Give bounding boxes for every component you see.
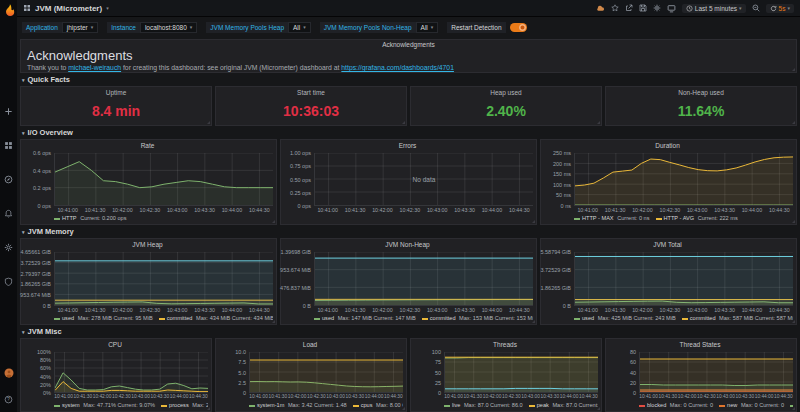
filter-value-dropdown[interactable]: jhipster▾	[62, 22, 98, 33]
zoom-out-icon[interactable]	[752, 4, 760, 12]
y-axis: 0 ns50 ms100 ms150 ms200 ms250 ms	[542, 153, 574, 206]
refresh-picker[interactable]: 5s ▾	[766, 4, 794, 13]
row-header-jvm-memory[interactable]: ▾ JVM Memory	[20, 227, 797, 236]
plot-area[interactable]	[54, 153, 273, 206]
explore-compass-icon[interactable]	[4, 170, 13, 188]
nav-actions: Last 5 minutes ▾ 5s ▾	[596, 4, 794, 13]
top-nav: JVM (Micrometer) ▾ Last 5 minutes ▾ 5s	[17, 0, 800, 17]
legend-item[interactable]: used Max: 425 MiB Current: 243 MiB	[574, 314, 676, 323]
create-plus-icon[interactable]	[4, 102, 13, 120]
filter-instance: Instance localhost:8080▾	[107, 22, 197, 33]
filter-application: Application jhipster▾	[22, 22, 98, 33]
y-tick-label: 3.72529 GiB	[20, 260, 51, 266]
legend-item[interactable]: used Max: 278 MiB Current: 95 MiB	[54, 314, 153, 323]
no-data-text: No data	[315, 153, 533, 205]
y-tick-label: 2.5	[238, 380, 246, 386]
dashboard-title[interactable]: JVM (Micrometer)	[35, 4, 102, 13]
filter-value-dropdown[interactable]: All▾	[288, 22, 311, 33]
legend-item[interactable]: committed Max: 153 MiB Current: 153 MiB	[422, 314, 533, 323]
y-tick-label: 0 B	[303, 303, 311, 309]
panel-title[interactable]: JVM Non-Heap	[282, 240, 533, 249]
legend-item[interactable]: peak Max: 87.0 Current: 87.0	[529, 401, 598, 410]
legend-item[interactable]: committed Max: 587 MiB Current: 587 MiB	[682, 314, 793, 323]
plot-area[interactable]	[574, 153, 793, 206]
panel-title[interactable]: Duration	[542, 141, 793, 150]
panel-title[interactable]: Threads	[412, 340, 598, 349]
x-tick-label: 10:41:00	[54, 394, 73, 399]
configuration-gear-icon[interactable]	[4, 238, 13, 256]
legend-item[interactable]: live Max: 87.0 Current: 86.0	[444, 401, 523, 410]
time-range-picker[interactable]: Last 5 minutes ▾	[682, 4, 746, 13]
panel-title[interactable]: Errors	[282, 141, 533, 150]
grafana-logo-icon[interactable]	[3, 2, 15, 20]
panel-title[interactable]: Load	[217, 340, 403, 349]
legend-item[interactable]: new Max: 0 Current: 0	[719, 401, 784, 410]
plot-area[interactable]	[574, 252, 793, 306]
plot-area[interactable]	[639, 352, 793, 393]
legend-item[interactable]: committed Max: 434 MiB Current: 434 MiB	[159, 314, 273, 323]
y-tick-label: 20%	[40, 382, 51, 388]
legend-item[interactable]: HTTP - AVG Current: 222 ms	[656, 214, 738, 223]
stat-title[interactable]: Non-Heap used	[678, 89, 724, 96]
stat-title[interactable]: Heap used	[490, 89, 521, 96]
legend-swatch	[353, 405, 359, 407]
filter-value-dropdown[interactable]: All▾	[416, 22, 439, 33]
plot-area[interactable]	[444, 352, 598, 393]
snapshot-cloud-icon[interactable]	[596, 4, 605, 13]
plot-area[interactable]	[54, 252, 273, 306]
row-header-quick-facts[interactable]: ▾ Quick Facts	[20, 75, 797, 84]
x-tick-label: 10:44:30	[249, 207, 270, 213]
help-icon[interactable]: ?	[4, 390, 13, 408]
y-axis: 0 ops0.25 ops0.50 ops0.75 ops1.00 ops	[282, 153, 314, 206]
row-header-jvm-misc[interactable]: ▾ JVM Misc	[20, 327, 797, 336]
panel-title[interactable]: JVM Total	[542, 240, 793, 249]
panel-title[interactable]: Acknowledgments	[27, 40, 790, 49]
dashboard-link[interactable]: https://grafana.com/dashboards/4701	[341, 64, 454, 71]
restart-detection-toggle[interactable]	[510, 23, 527, 32]
server-admin-shield-icon[interactable]	[4, 272, 13, 290]
x-axis: 10:41:0010:41:3010:42:0010:42:3010:43:00…	[54, 206, 273, 214]
filter-value-dropdown[interactable]: localhost:8080▾	[140, 22, 197, 33]
legend-item[interactable]: process Max: 28.98% Current: 0.7%	[161, 401, 208, 410]
legend-item[interactable]: HTTP - MAX Current: 0 ns	[574, 214, 650, 223]
legend-item[interactable]: runnable Max: 15 Current: 14	[790, 401, 793, 410]
cycle-view-tv-icon[interactable]	[667, 4, 676, 13]
dashboards-grid-icon[interactable]	[4, 136, 13, 154]
plot-area[interactable]	[314, 252, 533, 306]
ack-text: Thank you to michael-weirauch for creati…	[27, 64, 790, 71]
stat-title[interactable]: Uptime	[106, 89, 127, 96]
x-axis: 10:41:0010:41:3010:42:0010:42:3010:43:00…	[639, 393, 793, 401]
legend-item[interactable]: blocked Max: 0 Current: 0	[639, 401, 713, 410]
x-tick-label: 10:44:30	[579, 394, 598, 399]
star-icon[interactable]	[611, 4, 619, 12]
panel-duration: Duration 0 ns50 ms100 ms150 ms200 ms250 …	[540, 139, 797, 225]
y-tick-label: 7.5	[238, 359, 246, 365]
user-avatar[interactable]	[4, 364, 14, 382]
legend-item[interactable]: used Max: 147 MiB Current: 147 MiB	[314, 314, 416, 323]
x-tick-label: 10:42:30	[112, 394, 131, 399]
author-link[interactable]: michael-weirauch	[68, 64, 121, 71]
panel-title[interactable]: CPU	[22, 340, 208, 349]
panel-title[interactable]: Rate	[22, 141, 273, 150]
panel-title[interactable]: JVM Heap	[22, 240, 273, 249]
panel-acknowledgments: Acknowledgments Acknowledgments Thank yo…	[20, 39, 797, 73]
chart-canvas	[445, 352, 598, 392]
plot-area[interactable]	[54, 352, 208, 393]
stat-title[interactable]: Start time	[297, 89, 325, 96]
legend-item[interactable]: HTTP Current: 0.200 ops	[54, 214, 127, 223]
alerting-bell-icon[interactable]	[4, 204, 13, 222]
y-tick-label: 0	[243, 390, 246, 396]
share-icon[interactable]	[625, 4, 633, 12]
x-tick-label: 10:43:30	[194, 207, 215, 213]
row-header-io-overview[interactable]: ▾ I/O Overview	[20, 128, 797, 137]
plot-area[interactable]	[249, 352, 403, 393]
plot-area[interactable]: No data	[314, 153, 533, 206]
panel-title[interactable]: Thread States	[607, 340, 793, 349]
dashboard-grid-icon	[23, 4, 31, 12]
legend-item[interactable]: system-1m Max: 3.42 Current: 1.48	[249, 401, 347, 410]
settings-gear-icon[interactable]	[653, 4, 661, 12]
legend-item[interactable]: system Max: 47.71% Current: 9.07%	[54, 401, 155, 410]
x-tick-label: 10:42:00	[632, 207, 653, 213]
legend-item[interactable]: cpus Max: 8.00 Current: 8.00	[353, 401, 403, 410]
save-icon[interactable]	[639, 4, 647, 12]
